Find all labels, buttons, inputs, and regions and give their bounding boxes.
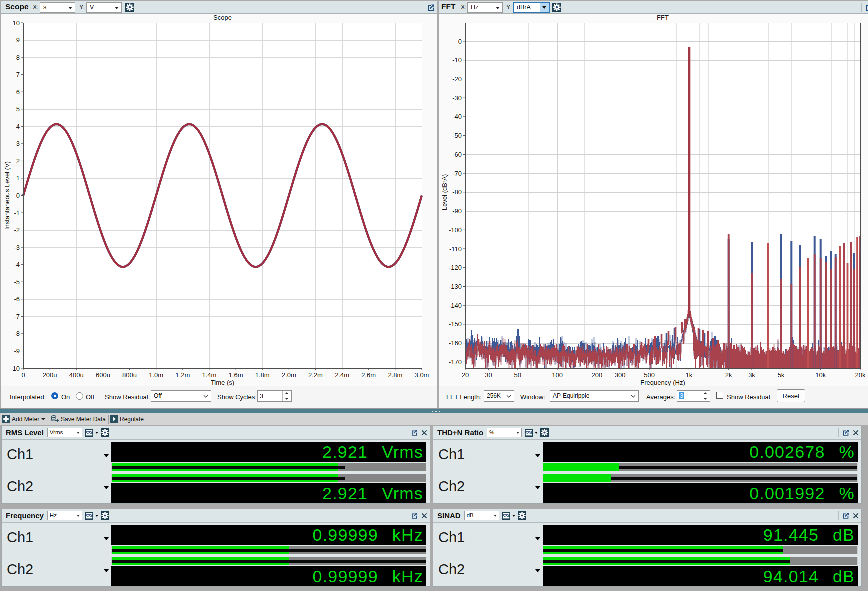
svg-text:-3: -3: [14, 244, 20, 252]
svg-text:-10: -10: [10, 365, 20, 372]
svg-text:-8: -8: [14, 330, 20, 338]
svg-text:8: 8: [16, 54, 20, 62]
svg-text:FFT: FFT: [657, 14, 669, 22]
svg-text:Time (s): Time (s): [211, 379, 234, 386]
svg-text:5k: 5k: [778, 372, 785, 379]
svg-text:6: 6: [16, 88, 20, 96]
svg-text:30: 30: [485, 372, 492, 379]
svg-text:1: 1: [16, 174, 20, 182]
svg-text:1.2m: 1.2m: [176, 372, 190, 379]
svg-text:-10: -10: [452, 56, 462, 64]
svg-text:0: 0: [458, 38, 462, 46]
svg-text:3: 3: [16, 140, 20, 148]
svg-text:Level (dBrA): Level (dBrA): [441, 174, 448, 210]
svg-text:-7: -7: [14, 313, 20, 320]
svg-text:-70: -70: [452, 170, 462, 178]
svg-text:-50: -50: [452, 132, 462, 140]
svg-text:1.4m: 1.4m: [202, 372, 216, 379]
svg-text:-9: -9: [14, 348, 20, 355]
svg-text:Scope: Scope: [214, 14, 232, 22]
svg-text:Instantaneous Level (V): Instantaneous Level (V): [4, 162, 11, 230]
svg-text:-60: -60: [452, 151, 462, 158]
svg-text:2.6m: 2.6m: [362, 372, 376, 379]
svg-text:200: 200: [592, 372, 602, 379]
svg-text:9: 9: [16, 36, 20, 44]
svg-text:20k: 20k: [856, 372, 866, 379]
svg-text:300: 300: [615, 372, 626, 379]
svg-text:-6: -6: [14, 296, 20, 303]
svg-text:-30: -30: [452, 94, 462, 102]
svg-text:Frequency (Hz): Frequency (Hz): [640, 379, 686, 386]
svg-text:0: 0: [22, 372, 25, 379]
svg-text:-110: -110: [450, 246, 462, 253]
svg-text:200u: 200u: [43, 372, 58, 379]
svg-text:400u: 400u: [70, 372, 84, 379]
svg-text:7: 7: [16, 71, 20, 78]
svg-text:-170: -170: [449, 358, 462, 366]
svg-text:-160: -160: [449, 340, 462, 347]
svg-text:50: 50: [514, 372, 522, 379]
svg-text:-80: -80: [452, 188, 462, 196]
svg-text:-4: -4: [14, 261, 20, 268]
svg-text:-40: -40: [452, 113, 462, 120]
svg-text:-150: -150: [449, 320, 462, 328]
svg-text:-140: -140: [449, 302, 462, 310]
svg-text:2.4m: 2.4m: [335, 372, 350, 379]
svg-text:800u: 800u: [122, 372, 137, 379]
svg-text:-100: -100: [449, 226, 462, 234]
svg-text:5: 5: [16, 106, 20, 113]
svg-text:3k: 3k: [748, 372, 756, 379]
svg-text:1.8m: 1.8m: [256, 372, 270, 379]
svg-text:600u: 600u: [96, 372, 110, 379]
svg-text:-20: -20: [452, 76, 462, 83]
svg-text:-1: -1: [14, 210, 20, 217]
svg-text:500: 500: [644, 372, 655, 379]
svg-text:2.8m: 2.8m: [388, 372, 402, 379]
svg-text:2.2m: 2.2m: [308, 372, 323, 379]
svg-text:-2: -2: [14, 226, 20, 234]
svg-text:4: 4: [16, 123, 20, 130]
svg-text:2: 2: [16, 158, 20, 165]
svg-text:-5: -5: [14, 278, 20, 286]
svg-text:1.6m: 1.6m: [229, 372, 244, 379]
svg-text:-90: -90: [452, 208, 462, 215]
svg-text:0: 0: [16, 192, 20, 200]
svg-text:1.0m: 1.0m: [149, 372, 164, 379]
svg-text:3.0m: 3.0m: [415, 372, 430, 379]
svg-text:100: 100: [552, 372, 563, 379]
svg-text:-120: -120: [449, 264, 462, 272]
svg-text:10k: 10k: [816, 372, 826, 379]
svg-text:1k: 1k: [686, 372, 693, 379]
svg-text:-130: -130: [449, 283, 462, 290]
svg-text:20: 20: [462, 372, 469, 379]
svg-text:2k: 2k: [726, 372, 732, 379]
svg-text:10: 10: [13, 20, 20, 27]
svg-text:2.0m: 2.0m: [282, 372, 296, 379]
